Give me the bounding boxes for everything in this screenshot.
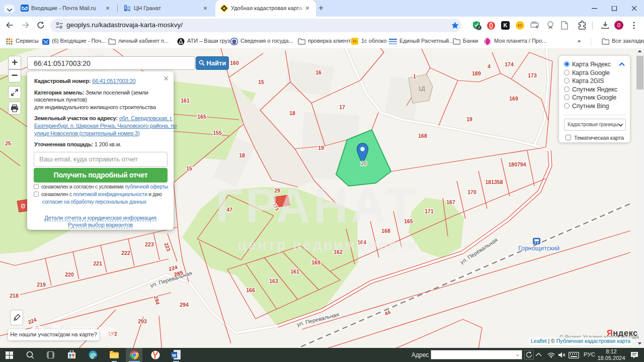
svg-text:219: 219 [37, 282, 46, 288]
svg-text:167: 167 [446, 199, 455, 205]
svg-text:169: 169 [509, 96, 518, 102]
svg-text:1Д: 1Д [418, 85, 425, 92]
svg-text:223: 223 [145, 241, 154, 247]
svg-text:16: 16 [315, 69, 321, 75]
svg-text:170: 170 [467, 189, 476, 195]
svg-text:15: 15 [258, 79, 264, 85]
svg-text:19: 19 [466, 116, 472, 122]
svg-text:18: 18 [239, 152, 245, 158]
svg-text:180794: 180794 [508, 161, 526, 167]
svg-text:161: 161 [290, 268, 299, 275]
svg-text:5: 5 [22, 204, 24, 209]
svg-text:155: 155 [213, 130, 222, 136]
svg-text:218: 218 [10, 293, 19, 299]
svg-text:165: 165 [197, 114, 206, 120]
svg-text:7: 7 [478, 26, 480, 30]
svg-text:171: 171 [425, 208, 434, 214]
svg-text:189: 189 [472, 70, 481, 76]
svg-text:220: 220 [65, 272, 74, 278]
svg-text:181358: 181358 [485, 179, 503, 185]
svg-text:174: 174 [505, 61, 514, 67]
svg-text:1: 1 [413, 73, 416, 79]
svg-text:Горнощитский: Горнощитский [518, 245, 559, 252]
svg-text:293: 293 [138, 318, 147, 324]
svg-text:19: 19 [318, 145, 324, 151]
svg-text:221: 221 [93, 260, 102, 266]
svg-text:18: 18 [289, 110, 295, 116]
svg-text:173: 173 [528, 72, 537, 78]
svg-text:25: 25 [5, 140, 11, 146]
svg-text:163: 163 [269, 278, 278, 284]
svg-text:222: 222 [121, 250, 130, 256]
svg-text:160: 160 [230, 60, 239, 66]
svg-text:161: 161 [181, 98, 190, 104]
svg-text:W: W [172, 353, 177, 358]
svg-text:169: 169 [311, 259, 320, 265]
svg-text:17: 17 [339, 104, 345, 110]
svg-text:4: 4 [488, 63, 491, 69]
svg-text:294: 294 [180, 302, 189, 308]
svg-text:166: 166 [246, 287, 255, 293]
svg-text:15: 15 [186, 165, 192, 171]
svg-text:20: 20 [361, 160, 367, 166]
svg-text:168: 168 [418, 133, 427, 139]
